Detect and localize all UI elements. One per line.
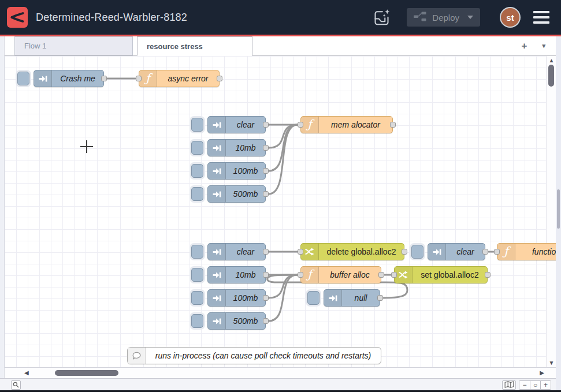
inject-arrow-icon [208,117,226,133]
node-label: buffer alloc [319,267,381,283]
output-port[interactable] [402,249,407,255]
wire-mb100-a-to-mem-alocator [269,125,298,171]
header: Determined-Reed-Warbler-8182 Deploy st [0,0,561,36]
node-label: 100mb [226,290,265,306]
node-null-inject[interactable]: null [324,289,380,307]
node-clear-a[interactable]: clear [207,116,266,133]
node-mb100-a[interactable]: 100mb [207,162,266,180]
output-port[interactable] [263,272,269,278]
scroll-left-arrow-icon[interactable]: ◀ [24,369,29,376]
output-port[interactable] [263,318,269,324]
add-flow-button[interactable]: + [519,40,530,52]
map-navigator-icon [504,381,514,390]
inject-trigger-button[interactable] [191,291,203,305]
input-port[interactable] [298,249,303,255]
inject-trigger-button[interactable] [191,187,203,201]
deploy-button[interactable]: Deploy [407,8,480,27]
tab-resource-stress[interactable]: resource stress [137,36,252,56]
node-comment[interactable]: runs in-process (can cause poll check ti… [127,347,381,364]
node-mb100-b[interactable]: 100mb [207,289,266,307]
scroll-down-arrow-icon[interactable]: ▼ [547,360,556,366]
horizontal-scroll-thumb[interactable] [55,370,118,376]
input-port[interactable] [298,122,303,128]
scroll-right-arrow-icon[interactable]: ▶ [540,369,544,376]
inject-trigger-button[interactable] [191,118,203,132]
output-port[interactable] [263,122,269,128]
input-port[interactable] [391,272,397,278]
node-label: function [515,244,556,260]
zoom-reset-button[interactable]: ○ [530,381,540,389]
output-port[interactable] [377,295,383,301]
inject-trigger-button[interactable] [191,268,203,282]
chevron-down-icon[interactable] [467,16,473,19]
output-port[interactable] [263,295,269,301]
tab-flow-1[interactable]: Flow 1 [14,36,133,55]
inject-arrow-icon [208,163,226,179]
inject-trigger-button[interactable] [191,245,203,259]
node-label: 10mb [226,140,265,156]
output-port[interactable] [263,145,269,151]
output-port[interactable] [101,76,107,81]
tab-flow-1-label: Flow 1 [24,42,46,50]
node-clear-c[interactable]: clear [428,243,485,260]
wires-layer [5,56,556,367]
vertical-scroll-thumb[interactable] [548,65,554,87]
inject-arrow-icon [208,267,226,283]
navigator-button[interactable] [502,380,516,390]
node-delete-global-alloc2[interactable]: delete global.alloc2 [300,243,404,260]
input-port[interactable] [298,272,303,278]
output-port[interactable] [217,76,222,81]
inject-trigger-button[interactable] [191,164,203,178]
output-port[interactable] [263,249,269,255]
canvas-horizontal-scrollbar[interactable]: ◀ ▶ [5,367,556,378]
output-port[interactable] [263,168,269,174]
node-clear-b[interactable]: clear [207,243,266,260]
node-async-error[interactable]: ƒasync error [139,70,220,87]
node-buffer-alloc[interactable]: ƒbuffer alloc [300,266,381,283]
ai-flow-sparkle-icon[interactable] [371,7,392,28]
node-label: 500mb [226,313,265,329]
zoom-out-button[interactable]: − [519,381,530,389]
node-mb500-b[interactable]: 500mb [207,312,266,330]
inject-arrow-icon [324,290,342,306]
canvas-vertical-scrollbar[interactable]: ▲ ▼ [546,56,556,367]
node-mb10-b[interactable]: 10mb [207,266,266,283]
node-label: 100mb [226,163,265,179]
scroll-up-arrow-icon[interactable]: ▲ [547,57,556,64]
inject-trigger-button[interactable] [307,291,319,305]
output-port[interactable] [390,122,396,128]
inject-trigger-button[interactable] [191,141,203,155]
node-label: 10mb [226,267,265,283]
input-port[interactable] [136,76,142,81]
node-label: mem alocator [319,117,392,133]
browser-scroll-thumb[interactable] [557,189,560,229]
avatar[interactable]: st [500,7,521,28]
node-mem-alocator[interactable]: ƒmem alocator [300,116,393,133]
output-port[interactable] [485,272,491,278]
node-function[interactable]: ƒfunction [497,243,556,260]
node-label: clear [226,244,265,260]
flow-list-chevron-icon[interactable]: ▾ [540,42,548,50]
function-f-icon: ƒ [497,244,515,260]
input-port[interactable] [494,249,500,255]
node-label: null [342,290,380,306]
workspace-footer: − ○ + [0,378,556,391]
inject-trigger-button[interactable] [411,245,423,259]
output-port[interactable] [482,249,488,255]
output-port[interactable] [378,272,384,278]
search-button[interactable] [11,380,21,390]
zoom-in-button[interactable]: + [540,381,551,389]
browser-scrollbar[interactable] [556,36,561,390]
node-label: clear [446,244,485,260]
hamburger-menu-icon[interactable] [533,11,549,24]
output-port[interactable] [263,191,269,197]
flowfuse-logo-icon[interactable] [7,7,28,28]
inject-trigger-button[interactable] [191,314,203,328]
node-mb500-a[interactable]: 500mb [207,185,266,203]
inject-trigger-button[interactable] [17,72,29,85]
node-set-global-alloc2[interactable]: set global.alloc2 [394,266,488,283]
node-label: delete global.alloc2 [319,244,404,260]
node-crash-me[interactable]: Crash me [34,70,104,87]
node-mb10-a[interactable]: 10mb [207,139,266,156]
flow-canvas[interactable]: ▲ ▼ Crash meƒasync errorclear10mb100mb50… [5,56,556,367]
